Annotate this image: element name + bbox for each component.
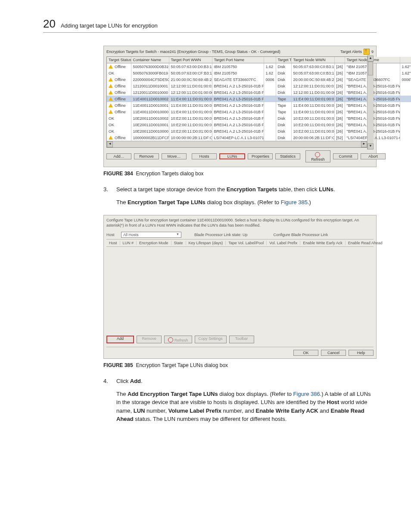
column-header[interactable]: State [171, 241, 186, 245]
table-row[interactable]: Offline11E40011D001000011:E4:00:11:D0:01… [107, 109, 411, 115]
column-header[interactable]: Enable Read Ahead [346, 241, 385, 245]
step-3: 3. Select a target tape storage device f… [103, 185, 377, 211]
refresh-icon [168, 337, 173, 342]
cancel-button[interactable]: Cancel [321, 350, 346, 356]
table-row[interactable]: OK50050763000FB01950:05:07:63:00:CF:B3:1… [107, 70, 411, 76]
warning-icon [109, 103, 113, 107]
statistics-button[interactable]: Statistics [275, 153, 300, 159]
column-header[interactable]: Key Lifespan (days) [186, 241, 226, 245]
table-row[interactable]: Offline12120011D001000112:12:00:11:D0:01… [107, 83, 411, 89]
target-alerts-count: 9 [371, 50, 374, 54]
chapter-header: 20 Adding target tape LUNs for encryptio… [43, 17, 377, 33]
table-row[interactable]: Offline11E40011D001000211:E4:00:11:D0:01… [107, 96, 411, 102]
column-header[interactable]: Target Port Name [212, 57, 264, 63]
encryption-targets-table[interactable]: Target StatusContainer NameTarget Port W… [107, 57, 411, 141]
abort-button[interactable]: Abort [361, 153, 386, 159]
move-button[interactable]: Move… [162, 153, 187, 159]
column-header[interactable] [264, 57, 276, 63]
configure-blade-processor-link[interactable]: Configure Blade Processor Link [274, 233, 328, 237]
column-header[interactable]: Encryption Mode [137, 241, 171, 245]
warning-icon [109, 84, 113, 88]
warning-icon [109, 136, 113, 140]
table-row[interactable]: OK10E20011D001000010:E2:00:11:D0:01:00:0… [107, 128, 411, 134]
warning-icon [109, 78, 113, 81]
table-row[interactable]: Offline100000002B11DFCF10:00:00:00:2B:11… [107, 134, 411, 141]
help-button[interactable]: Help [349, 350, 374, 356]
lun-table-body[interactable] [106, 247, 374, 333]
column-header[interactable]: Target Status [107, 57, 131, 63]
column-header[interactable]: Vol. Label Prefix [267, 241, 300, 245]
target-alerts-label: Target Alerts [340, 50, 362, 54]
dialog-description: Configure Tape LUNs for encryption targe… [106, 218, 374, 228]
step-4: 4. Click Add. The Add Encryption Target … [103, 377, 377, 428]
refresh-button[interactable]: Refresh [164, 336, 192, 343]
encryption-targets-dialog: Encryption Targets for Switch - mace241 … [103, 46, 377, 167]
table-row[interactable]: OK10E20011D001000210:E2:00:11:D0:01:00:0… [107, 115, 411, 121]
column-header[interactable]: Enable Write Early Ack [300, 241, 345, 245]
remove-button[interactable]: Remove [134, 153, 159, 159]
table-row[interactable]: OK10E20011D001000110:E2:00:11:D0:01:00:0… [107, 121, 411, 128]
remove-button[interactable]: Remove [137, 336, 162, 343]
column-header[interactable]: Target Type [276, 57, 291, 63]
ok-button[interactable]: OK [293, 350, 318, 356]
figure-385-caption: FIGURE 385 Encryption Target Tape LUNs d… [103, 362, 377, 368]
table-row[interactable]: Offline11E40011D001000111:E4:00:11:D0:01… [107, 102, 411, 109]
host-dropdown[interactable]: All Hosts [121, 232, 181, 238]
warning-icon [109, 110, 113, 114]
column-header[interactable]: Container Name [131, 57, 169, 63]
warning-icon [109, 97, 113, 101]
luns-button[interactable]: LUNs [219, 153, 245, 159]
blade-processor-state: Blade Processor Link state: Up [194, 233, 248, 237]
alert-icon[interactable] [364, 49, 370, 55]
toolbar-button[interactable]: Toolbar [229, 336, 254, 343]
table-row[interactable]: Offline220000004CF5DE5C121:00:00:0C:50:6… [107, 76, 411, 83]
v-scrollbar[interactable]: ▲▼ [367, 56, 374, 149]
column-header[interactable]: Host [106, 241, 120, 245]
table-row[interactable]: Offline12120011D001000012:12:00:11:D0:01… [107, 89, 411, 96]
hosts-button[interactable]: Hosts [192, 153, 217, 159]
table-row[interactable]: Offline50050763000D0B31950:05:07:63:00:D… [107, 63, 411, 70]
refresh-icon [315, 152, 320, 157]
column-header[interactable]: Target Port WWN [169, 57, 212, 63]
figure-384-caption: FIGURE 384 Encryption Targets dialog box [103, 171, 377, 177]
h-scrollbar[interactable]: ◄► [107, 141, 367, 147]
properties-button[interactable]: Properties [248, 153, 273, 159]
lun-table-header: HostLUN #Encryption ModeStateKey Lifespa… [106, 240, 374, 247]
figure-385-link[interactable]: Figure 385 [281, 199, 308, 205]
encryption-target-tape-luns-dialog: Configure Tape LUNs for encryption targe… [103, 215, 377, 359]
chapter-number: 20 [43, 17, 56, 31]
add-button[interactable]: Add [106, 336, 134, 343]
host-label: Host [106, 233, 121, 237]
chapter-title: Adding target tape LUNs for encryption [61, 22, 158, 29]
column-header[interactable] [400, 57, 411, 63]
column-header[interactable]: Tape Vol. Label/Pool [226, 241, 267, 245]
refresh-button[interactable]: Refresh [305, 150, 330, 162]
dialog-title: Encryption Targets for Switch - mace241 … [106, 50, 280, 54]
warning-icon [109, 90, 113, 94]
add-button[interactable]: Add… [106, 153, 131, 159]
column-header[interactable] [334, 57, 345, 63]
figure-386-link[interactable]: Figure 386 [293, 391, 320, 397]
column-header[interactable]: LUN # [120, 241, 137, 245]
copy-settings-button[interactable]: Copy Settings [195, 336, 227, 343]
warning-icon [109, 65, 113, 68]
commit-button[interactable]: Commit [333, 153, 358, 159]
column-header[interactable]: Target Node WWN [291, 57, 334, 63]
